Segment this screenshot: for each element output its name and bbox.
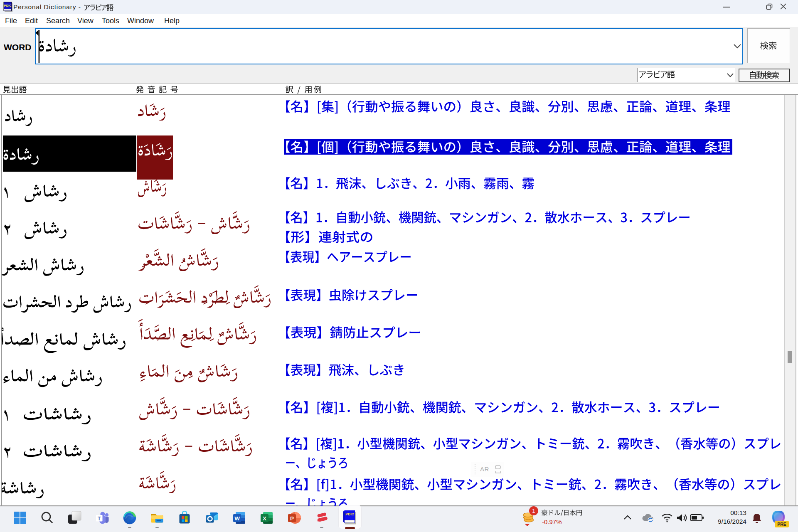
svg-text:1: 1 <box>532 507 535 514</box>
svg-text:X: X <box>263 515 266 522</box>
svg-text:W: W <box>234 515 240 522</box>
svg-text:P: P <box>290 515 294 522</box>
svg-text:T: T <box>98 516 101 522</box>
svg-text:PDIC: PDIC <box>4 4 12 7</box>
svg-text:PDIC: PDIC <box>345 512 354 516</box>
